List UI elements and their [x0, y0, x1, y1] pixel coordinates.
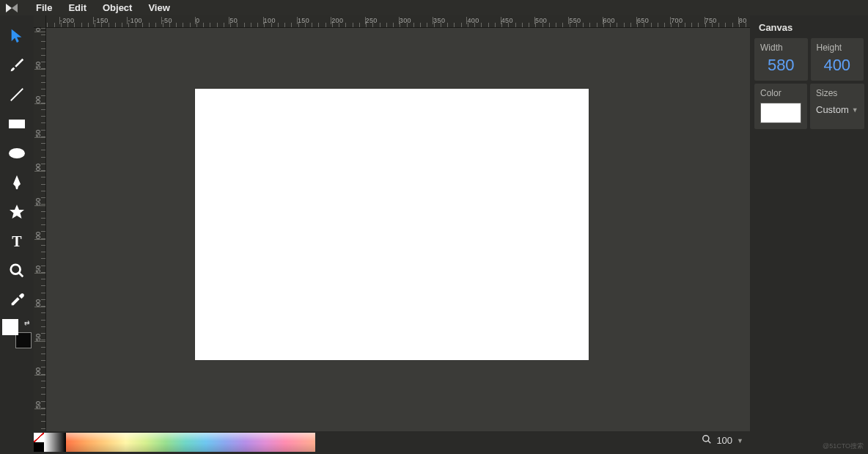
sizes-value: Custom	[816, 104, 849, 115]
eyedropper-tool[interactable]	[2, 285, 32, 315]
svg-line-7	[708, 441, 711, 444]
width-label: Width	[760, 43, 802, 53]
line-tool[interactable]	[2, 80, 32, 109]
palette-none-swatch[interactable]	[34, 433, 44, 442]
ruler-tick: 00	[34, 96, 46, 104]
watermark: @51CTO搜索	[823, 442, 864, 451]
ruler-tick: 50	[229, 17, 262, 24]
ruler-tick: 50	[34, 62, 46, 70]
foreground-color-swatch[interactable]	[2, 319, 18, 335]
ruler-tick: 50	[34, 401, 46, 409]
ruler-tick: 100	[263, 17, 297, 24]
menubar: File Edit Object View	[0, 0, 868, 15]
canvas-sizes-dropdown[interactable]: Custom ▼	[816, 101, 858, 115]
menu-edit[interactable]: Edit	[60, 2, 95, 13]
svg-point-4	[11, 265, 21, 274]
ruler-tick: 00	[34, 367, 46, 376]
ruler-tick: 600	[603, 17, 636, 24]
menu-view[interactable]: View	[140, 2, 177, 13]
ruler-tick: 50	[34, 266, 46, 274]
canvas[interactable]	[195, 89, 589, 360]
ruler-tick: 400	[466, 17, 500, 24]
menu-object[interactable]: Object	[95, 2, 140, 13]
ruler-tick: 150	[297, 17, 331, 24]
ruler-tick: 700	[670, 17, 704, 24]
zoom-control[interactable]: 100 ▼	[702, 434, 743, 447]
svg-point-2	[9, 148, 25, 158]
ruler-tick: 00	[34, 299, 46, 307]
swap-arrows-icon[interactable]: ⇄	[24, 319, 30, 326]
ruler-tick: -150	[93, 17, 127, 24]
canvas-width-input[interactable]: 580	[760, 56, 802, 75]
ruler-tick: 00	[34, 232, 46, 240]
ruler-tick: -100	[127, 17, 161, 24]
ruler-tick: 0	[34, 28, 46, 32]
palette-gray-gradient[interactable]	[44, 433, 66, 452]
svg-point-6	[703, 436, 709, 442]
horizontal-ruler[interactable]: -200-150-100-500501001502002503003504004…	[34, 15, 750, 28]
ruler-tick: 550	[568, 17, 602, 24]
palette-color-gradient[interactable]	[66, 433, 315, 452]
zoom-value[interactable]: 100	[716, 435, 732, 446]
ruler-tick: -200	[59, 17, 93, 24]
ruler-tick: 250	[365, 17, 399, 24]
svg-line-5	[19, 273, 23, 277]
pen-tool[interactable]	[2, 168, 32, 197]
select-tool[interactable]	[2, 21, 32, 51]
canvas-color-swatch[interactable]	[760, 103, 801, 123]
svg-line-0	[11, 89, 23, 101]
text-tool[interactable]: T	[2, 227, 32, 256]
ruler-tick: 0	[195, 17, 229, 24]
ruler-tick: 00	[34, 164, 46, 172]
canvas-color-field: Color	[754, 84, 807, 129]
brush-tool[interactable]	[2, 51, 32, 80]
ruler-tick: 300	[399, 17, 433, 24]
panel-title: Canvas	[750, 15, 868, 38]
vertical-ruler[interactable]: 05000500050005000500050	[34, 28, 46, 431]
ruler-tick: 80	[738, 17, 750, 24]
ruler-tick: -50	[161, 17, 195, 24]
bottom-bar: 100 ▼ @51CTO搜索	[0, 431, 868, 454]
zoom-tool[interactable]	[2, 256, 32, 285]
ruler-tick: 200	[331, 17, 364, 24]
canvas-height-field: Height 400	[811, 38, 864, 81]
star-tool[interactable]	[2, 197, 32, 227]
ruler-tick: 50	[34, 198, 46, 206]
ruler-tick: 500	[534, 17, 568, 24]
svg-rect-1	[9, 120, 25, 128]
ruler-corner[interactable]	[34, 15, 46, 28]
canvas-height-input[interactable]: 400	[817, 56, 858, 75]
canvas-width-field: Width 580	[754, 38, 808, 81]
rectangle-tool[interactable]	[2, 109, 32, 139]
ruler-tick: 50	[34, 130, 46, 138]
ruler-tick: 450	[501, 17, 534, 24]
chevron-down-icon: ▼	[737, 437, 743, 444]
color-palette[interactable]	[34, 433, 315, 452]
app-logo-icon[interactable]	[6, 4, 18, 12]
color-swap[interactable]: ⇄	[2, 319, 32, 348]
tool-strip: T ⇄	[0, 15, 34, 431]
svg-text:T: T	[12, 233, 22, 249]
workspace[interactable]	[46, 28, 750, 431]
palette-black-swatch[interactable]	[34, 442, 44, 452]
properties-panel: Canvas Width 580 Height 400 Color Sizes …	[750, 15, 868, 431]
ruler-tick: 350	[433, 17, 466, 24]
ellipse-tool[interactable]	[2, 139, 32, 168]
height-label: Height	[817, 43, 858, 53]
ruler-tick: 750	[705, 17, 738, 24]
chevron-down-icon: ▼	[852, 106, 858, 114]
sizes-label: Sizes	[816, 88, 858, 98]
color-label: Color	[760, 88, 801, 98]
ruler-tick: 650	[636, 17, 670, 24]
menu-file[interactable]: File	[28, 2, 60, 13]
ruler-tick: 50	[34, 334, 46, 342]
canvas-sizes-field: Sizes Custom ▼	[810, 84, 864, 129]
zoom-icon	[702, 434, 712, 447]
